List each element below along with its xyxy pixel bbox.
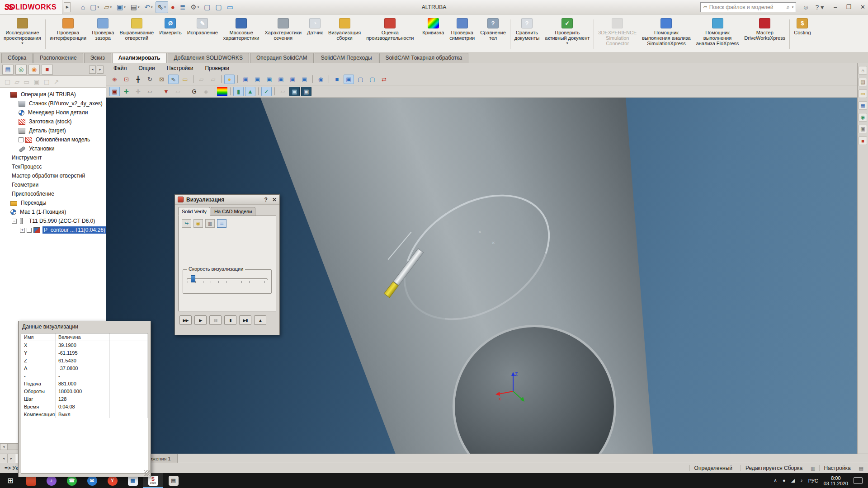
tray-icon[interactable]: ● [783, 478, 786, 483]
command-tab[interactable]: Эскиз [84, 53, 111, 63]
sim-toolbar-icon[interactable]: ▢ [367, 75, 377, 84]
sim-toolbar-icon[interactable]: ▱ [145, 87, 155, 96]
menu-item[interactable]: Файл [113, 65, 127, 71]
tree-item[interactable]: Операция (ALTRUBA) [0, 90, 106, 99]
sim-toolbar-icon[interactable]: ▱ [173, 87, 183, 96]
playback-button[interactable]: ▲ [254, 315, 266, 325]
status-pane-icon[interactable]: ▤ [859, 465, 863, 471]
sim-toolbar-icon[interactable]: ▣ [241, 75, 251, 84]
ribbon-button[interactable]: Помощник выполнения анализа SimulationXp… [639, 16, 693, 52]
logo-flyout-arrow[interactable]: ▶ [64, 2, 71, 12]
command-tab[interactable]: SolidCAM Переходы [315, 53, 378, 63]
tree-item[interactable]: Деталь (target) [0, 126, 106, 135]
task-pane-icon[interactable]: ▦ [859, 101, 867, 110]
window-control-button[interactable]: ✕ [860, 4, 865, 10]
dialog-help-button[interactable]: ? [264, 197, 268, 202]
task-pane-icon[interactable]: ■ [859, 136, 867, 145]
sim-toolbar-icon[interactable] [312, 75, 313, 83]
sim-toolbar-icon[interactable]: ▱ [208, 75, 218, 84]
quick-access-button[interactable]: ▢ ▾ [88, 1, 101, 13]
quick-access-button[interactable]: ▢ ▾ [202, 1, 212, 13]
ribbon-button[interactable]: Исследование проектирования ▼ [1, 16, 44, 52]
ribbon-button[interactable]: ▼ [45, 19, 46, 49]
sim-toolbar-icon[interactable]: ▣ [299, 75, 310, 84]
sim-toolbar-icon[interactable] [158, 87, 158, 95]
tab-scroll-left-icon[interactable]: ◂ [0, 454, 8, 463]
taskbar-app-button[interactable]: ▤ [163, 473, 184, 488]
tree-checkbox[interactable] [27, 228, 32, 233]
tab-scroll-right-icon[interactable]: ▸ [8, 454, 15, 463]
help-button[interactable]: ? ▾ [815, 4, 824, 10]
taskbar-clock[interactable]: 8:00 03.11.2020 [824, 475, 848, 486]
sim-toolbar-icon[interactable] [258, 87, 259, 95]
ribbon-button[interactable]: Выравнивание отверстий ▼ [117, 16, 156, 52]
menu-item[interactable]: Настройки [167, 65, 193, 71]
dropdown-arrow-icon[interactable]: ▾ [124, 5, 126, 9]
dropdown-arrow-icon[interactable]: ▾ [110, 5, 112, 9]
quick-access-button[interactable]: ▤ ▾ [128, 1, 142, 13]
sim-toolbar-icon[interactable]: ╋ [133, 75, 143, 84]
tray-icon[interactable]: ∧ [774, 478, 777, 483]
sim-toolbar-icon[interactable]: ⊡ [121, 75, 132, 84]
sim-toolbar-icon[interactable]: ● [224, 75, 235, 84]
tray-icon[interactable]: ♪ [800, 478, 803, 483]
sim-toolbar-icon[interactable]: ⇖ [168, 75, 179, 84]
sim-toolbar-icon[interactable]: ▣ [109, 87, 120, 96]
panel-tab-icon[interactable]: ◎ [15, 65, 27, 75]
sim-toolbar-icon[interactable] [237, 75, 238, 83]
ribbon-button[interactable]: Мастер DriveWorksXpress ▼ [741, 16, 788, 52]
ribbon-button[interactable]: ▼ [418, 19, 418, 49]
task-pane-icon[interactable]: ⌂ [859, 66, 867, 75]
command-tab[interactable]: Расположение [33, 53, 83, 63]
command-tab[interactable]: Операция SolidCAM [250, 53, 314, 63]
playback-button[interactable]: ▶▶ [179, 315, 192, 325]
chevron-down-icon[interactable]: ▼ [21, 42, 24, 45]
dialog-toolbar-icon[interactable]: ◉ [193, 219, 203, 228]
search-box[interactable]: ▱ Поиск файлов и моделей ⌕ ▾ [700, 2, 796, 12]
playback-button[interactable]: ▶ [194, 315, 207, 325]
sim-toolbar-icon[interactable]: ✓ [261, 87, 272, 96]
ribbon-button[interactable]: ? Сравнить документы ▼ [512, 16, 542, 52]
dropdown-arrow-icon[interactable]: ▾ [151, 5, 153, 9]
sim-toolbar-icon[interactable]: ▣ [288, 75, 298, 84]
sim-toolbar-icon[interactable]: ▣ [289, 87, 300, 96]
sim-toolbar-icon[interactable]: ▣ [344, 75, 354, 84]
tree-item[interactable]: Мастер обработки отверстий [0, 171, 106, 180]
ribbon-button[interactable]: Массовые характеристики ▼ [221, 16, 262, 52]
ribbon-button[interactable]: ▼ [789, 19, 790, 49]
language-indicator[interactable]: РУС [808, 478, 818, 483]
quick-access-button[interactable]: ▱ ▾ [102, 1, 114, 13]
panel-tab-icon[interactable]: ■ [42, 65, 53, 75]
ribbon-button[interactable]: Оценка производительности ▼ [363, 16, 416, 52]
status-eye-icon[interactable]: ▥ [811, 465, 815, 471]
quick-access-button[interactable]: ▢ ▾ [213, 1, 224, 13]
sim-toolbar-icon[interactable] [329, 75, 329, 83]
playback-button[interactable]: ▮▮ [209, 315, 222, 325]
tree-item[interactable]: ТехПроцесс [0, 162, 106, 171]
dialog-toolbar-icon[interactable]: ▥ [205, 219, 215, 228]
ribbon-button[interactable]: Кривизна ▼ [420, 16, 447, 52]
tree-item[interactable]: Заготовка (stock) [0, 117, 106, 126]
sim-toolbar-icon[interactable]: ⇄ [379, 75, 389, 84]
chevron-down-icon[interactable]: ▼ [566, 42, 569, 45]
playback-button[interactable]: ▶▮ [239, 315, 251, 325]
speed-slider[interactable] [187, 275, 268, 283]
sim-toolbar-icon[interactable]: ▣ [301, 87, 311, 96]
ribbon-button[interactable]: Помощник выполнения анализа FloXpress ▼ [693, 16, 742, 52]
ribbon-button[interactable]: ✓ Проверить активный документ ▼ [542, 16, 592, 52]
quick-access-button[interactable]: ⇖ ▾ [156, 1, 168, 13]
quick-access-button[interactable]: ↶ ▾ [142, 1, 155, 13]
tree-checkbox[interactable] [19, 137, 24, 142]
quick-access-button[interactable]: ● ▾ [169, 1, 177, 13]
ribbon-button[interactable]: $ Costing ▼ [791, 16, 813, 52]
sim-toolbar-icon[interactable]: ▮ [233, 87, 244, 96]
dropdown-arrow-icon[interactable]: ▾ [164, 5, 166, 9]
sim-toolbar-icon[interactable]: ▲ [245, 87, 255, 96]
ribbon-button[interactable]: ? Сравнение тел ▼ [477, 16, 509, 52]
command-tab[interactable]: Анализировать [112, 53, 167, 63]
sim-toolbar-icon[interactable] [186, 87, 186, 95]
tree-item[interactable]: Геометрии [0, 180, 106, 189]
menu-item[interactable]: Опции [139, 65, 155, 71]
dialog-tab[interactable]: Solid Verify [178, 207, 210, 216]
command-tab[interactable]: Сборка [1, 53, 33, 63]
